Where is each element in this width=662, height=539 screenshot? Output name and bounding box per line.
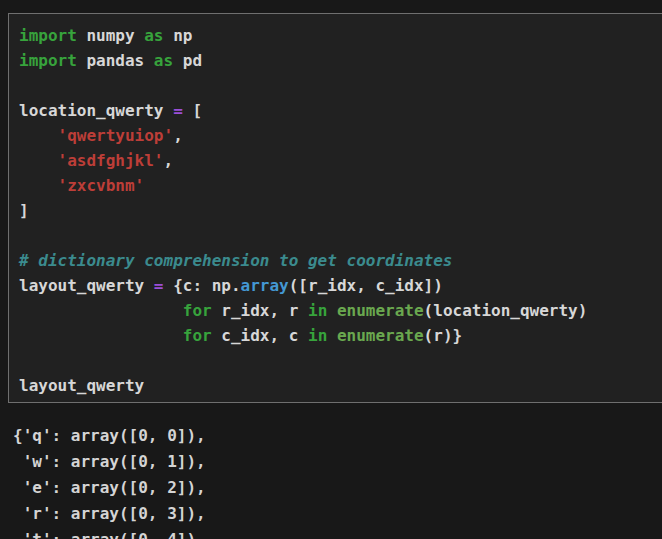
code-line: 'zxcvbnm' — [19, 173, 662, 198]
code-line: location_qwerty = [ — [19, 98, 662, 123]
code-token — [19, 126, 58, 145]
code-token: location_qwerty — [19, 101, 173, 120]
code-token: 'zxcvbnm' — [58, 176, 145, 195]
output-line: 't': array([0, 4]), — [13, 527, 206, 539]
output-line: 'w': array([0, 1]), — [13, 449, 206, 475]
code-token: numpy — [77, 26, 144, 45]
code-token: layout_qwerty — [19, 276, 154, 295]
code-token — [19, 326, 183, 345]
code-token: = — [173, 101, 183, 120]
cell-output: {'q': array([0, 0]), 'w': array([0, 1]),… — [13, 423, 206, 539]
code-token: pd — [173, 51, 202, 70]
code-token: c_idx, c — [212, 326, 308, 345]
code-token: array — [241, 276, 289, 295]
code-token: (r)} — [424, 326, 463, 345]
code-token: = — [154, 276, 164, 295]
code-token: 'asdfghjkl' — [58, 151, 164, 170]
code-token: # dictionary comprehension to get coordi… — [19, 251, 452, 270]
code-token: in — [308, 301, 327, 320]
code-token: as — [154, 51, 173, 70]
code-token — [19, 176, 58, 195]
code-token: (location_qwerty) — [424, 301, 588, 320]
code-token: [ — [183, 101, 202, 120]
code-line: import numpy as np — [19, 23, 662, 48]
code-token: {c: np. — [164, 276, 241, 295]
code-editor[interactable]: import numpy as npimport pandas as pdloc… — [9, 14, 662, 398]
code-token: r_idx, r — [212, 301, 308, 320]
code-line — [19, 223, 662, 248]
code-token — [327, 326, 337, 345]
code-line: for r_idx, r in enumerate(location_qwert… — [19, 298, 662, 323]
code-token: import — [19, 51, 77, 70]
code-line: for c_idx, c in enumerate(r)} — [19, 323, 662, 348]
code-token — [19, 151, 58, 170]
code-token: for — [183, 301, 212, 320]
code-token — [327, 301, 337, 320]
code-line: layout_qwerty — [19, 373, 662, 398]
output-line: {'q': array([0, 0]), — [13, 423, 206, 449]
code-line: ] — [19, 198, 662, 223]
code-token: enumerate — [337, 326, 424, 345]
code-line — [19, 348, 662, 373]
code-token: for — [183, 326, 212, 345]
code-token: import — [19, 26, 77, 45]
code-line: import pandas as pd — [19, 48, 662, 73]
code-token: 'qwertyuiop' — [58, 126, 174, 145]
code-token: np — [164, 26, 193, 45]
code-token: enumerate — [337, 301, 424, 320]
output-line: 'e': array([0, 2]), — [13, 475, 206, 501]
code-token — [19, 301, 183, 320]
code-token: layout_qwerty — [19, 376, 144, 395]
code-token: as — [144, 26, 163, 45]
code-line: # dictionary comprehension to get coordi… — [19, 248, 662, 273]
code-token: ([r_idx, c_idx]) — [289, 276, 443, 295]
code-token: pandas — [77, 51, 154, 70]
code-line: 'qwertyuiop', — [19, 123, 662, 148]
code-token: ] — [19, 201, 29, 220]
code-line: 'asdfghjkl', — [19, 148, 662, 173]
code-token: , — [173, 126, 183, 145]
code-cell[interactable]: import numpy as npimport pandas as pdloc… — [8, 13, 662, 403]
code-token: , — [164, 151, 174, 170]
code-line: layout_qwerty = {c: np.array([r_idx, c_i… — [19, 273, 662, 298]
code-line — [19, 73, 662, 98]
code-token: in — [308, 326, 327, 345]
output-line: 'r': array([0, 3]), — [13, 501, 206, 527]
